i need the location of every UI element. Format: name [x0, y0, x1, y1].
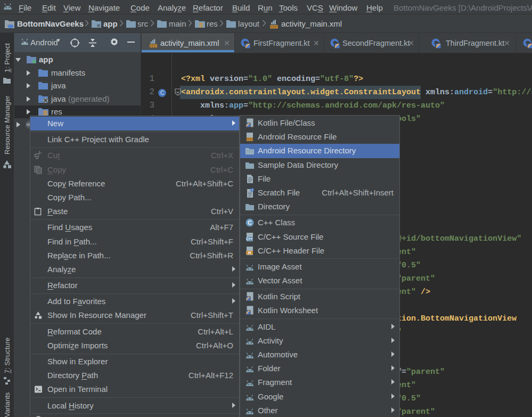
svg-text:C: C [160, 90, 164, 96]
svg-text:C++: C++ [246, 236, 252, 240]
svg-text:H: H [248, 250, 251, 254]
svg-text:C: C [248, 219, 252, 226]
